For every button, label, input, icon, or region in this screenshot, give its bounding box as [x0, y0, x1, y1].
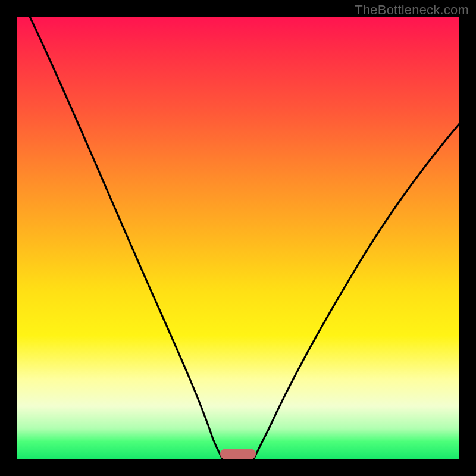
- curve-left: [30, 17, 223, 459]
- curve-right: [253, 124, 459, 459]
- watermark-text: TheBottleneck.com: [355, 2, 469, 18]
- chart-frame: TheBottleneck.com: [0, 0, 476, 476]
- bottleneck-marker: [220, 449, 256, 459]
- plot-area: [17, 17, 459, 459]
- curves-svg: [17, 17, 459, 459]
